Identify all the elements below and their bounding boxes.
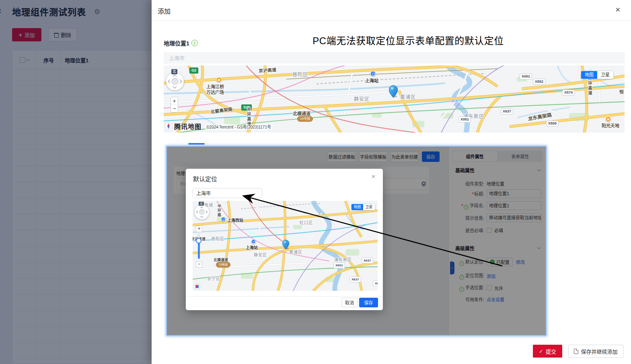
location-pin [282, 239, 289, 250]
poi-label: 恒 [619, 88, 624, 95]
close-icon[interactable]: ✕ [615, 6, 621, 14]
district-label: 黄浦区 [289, 249, 302, 255]
save-button[interactable]: 保存 [359, 298, 378, 307]
zoom-out-button[interactable]: − [171, 105, 178, 112]
station-label: 上海西站 [227, 217, 243, 223]
route-badge: X637 [349, 276, 361, 282]
metro-line-badge: 15号线 [297, 116, 313, 122]
embedded-screenshot: 数据过滤模板 字段权限模板 为此表单创建 保存 地理位置1 移动端可直接获取当前… [166, 146, 547, 336]
zoom-slider[interactable] [198, 234, 200, 259]
tencent-logo-mini [194, 284, 200, 289]
satellite-mode-button[interactable]: 卫星 [597, 71, 613, 79]
compass-logo-icon [164, 122, 173, 130]
save-and-continue-button[interactable]: 保存并继续添加 [568, 345, 623, 358]
road-label: 京沪高速 [258, 66, 276, 74]
screen: ‹ 地理组件测试列表 ⚙ + 添加 删除 序号 地理位置1 添加 [0, 0, 631, 364]
inner-modal-title: 默认定位 [193, 174, 217, 183]
default-location-input[interactable] [193, 188, 262, 198]
metro-icon [221, 217, 226, 221]
pan-control[interactable] [195, 205, 209, 219]
document-icon [574, 349, 578, 354]
map-mode-button[interactable]: 地图 [351, 204, 363, 210]
location-pin [389, 85, 398, 98]
metro-line-badge: 15号线 [216, 262, 230, 268]
road-label-vertical: 外环高速 [587, 76, 593, 96]
poi-icon [216, 77, 222, 82]
zoom-out-button[interactable]: − [196, 261, 202, 268]
route-badge: X637 [501, 108, 513, 115]
zoom-slider-handle[interactable] [196, 238, 201, 243]
route-badge: X001 [333, 262, 345, 268]
route-badge: X552 [533, 79, 545, 85]
route-badge: X001 [458, 117, 471, 123]
route-badge: X555 [546, 121, 559, 127]
metro-icon [251, 239, 256, 244]
route-badge: X6 [373, 280, 378, 286]
station-label: 上海站 [365, 77, 378, 84]
zoom-in-button[interactable]: + [196, 226, 202, 232]
poi-label: 阳光天地 [602, 122, 619, 129]
district-label: 静安区 [254, 252, 267, 258]
route-badge: X001 [520, 74, 532, 80]
north-badge: 北 [199, 202, 204, 206]
info-icon[interactable]: i [191, 40, 198, 46]
map-type-toggle[interactable]: 地图 卫星 [581, 71, 614, 79]
poi-icon [606, 117, 611, 122]
location-field-label: 地理位置1 i [164, 39, 198, 47]
district-label: 虹口区 [300, 219, 313, 225]
annotation-text: PC端无法获取定位显示表单配置的默认定位 [310, 33, 506, 47]
north-badge: 北 [171, 69, 177, 74]
route-badge: G2 [189, 67, 198, 74]
drawer-header: 添加 ✕ [152, 0, 631, 21]
submit-button[interactable]: ✓ 提交 [533, 345, 562, 358]
map-attribution: ©2024 Tencent - GS粤(2023)1171号 [205, 125, 272, 130]
location-input[interactable] [164, 52, 625, 63]
satellite-mode-button[interactable]: 卫星 [363, 204, 375, 210]
zoom-control[interactable]: + − [171, 97, 178, 112]
pan-right-icon[interactable] [178, 80, 182, 84]
map-mode-button[interactable]: 地图 [581, 71, 597, 79]
road-label-vertical: 外环高速 [246, 107, 252, 127]
district-label: 黄浦区 [400, 93, 416, 100]
modal-map[interactable]: 科技城 中环路 上海西站 京沪高速 普陀区 上海站 静安区 黄浦区 虹口区 浦东… [193, 201, 378, 291]
add-drawer: 添加 ✕ 地理位置1 i PC端无法获取定位显示表单配置的默认定位 [152, 0, 631, 364]
district-label: 普陀区 [292, 71, 308, 78]
road-label-vertical: 中环路 [217, 204, 222, 217]
screenshot-tab-remnant [188, 143, 205, 145]
default-location-modal: 默认定位 ✕ [186, 169, 383, 310]
drawer-title: 添加 [158, 6, 171, 16]
route-badge: X574 [562, 90, 575, 96]
road-label: 北横通道 [293, 110, 310, 117]
inner-close-icon[interactable]: ✕ [371, 174, 376, 180]
inner-modal-footer: 取消 保存 [186, 296, 383, 310]
cancel-button[interactable]: 取消 [341, 298, 358, 307]
map-type-toggle[interactable]: 地图 卫星 [351, 204, 375, 211]
station-label: 上海站 [246, 244, 258, 250]
poi-label: 万达广场 [206, 89, 224, 95]
pan-down-icon[interactable] [173, 85, 177, 89]
main-map[interactable]: G2 京沪高速 普陀区 上海站 上海江桥 万达广场 北翟高架路 S20 外环高速… [164, 65, 625, 133]
district-label: 静安区 [354, 95, 370, 102]
check-icon: ✓ [539, 348, 543, 354]
district-label: 长宁区 [207, 275, 220, 281]
district-label: 浦东新区 [334, 256, 352, 262]
zoom-in-button[interactable]: + [171, 97, 178, 105]
metro-icon [370, 71, 376, 76]
tencent-map-logo: 腾讯地图 [164, 121, 201, 131]
route-badge: X637 [362, 258, 373, 264]
district-label: 普陀区 [211, 235, 224, 241]
pan-control[interactable] [166, 73, 184, 90]
